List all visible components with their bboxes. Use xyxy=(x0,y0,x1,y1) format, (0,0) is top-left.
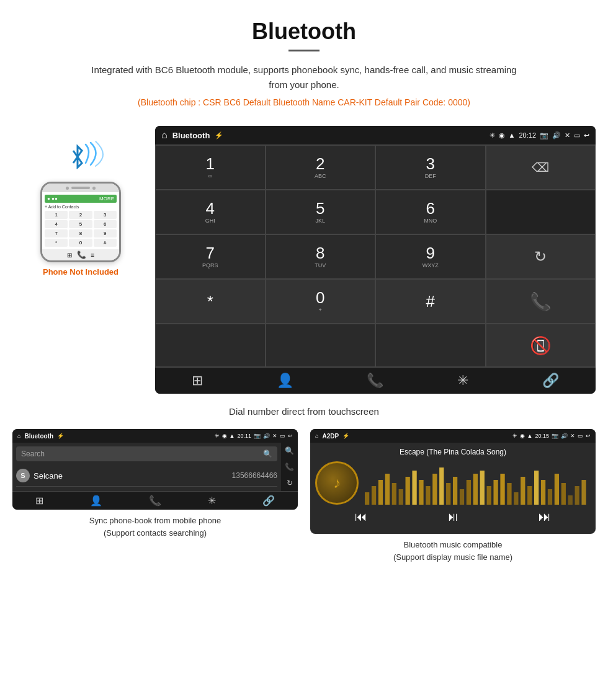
page-title: Bluetooth xyxy=(12,19,596,45)
music-close-icon: ✕ xyxy=(570,433,575,439)
music-home-icon[interactable]: ⌂ xyxy=(315,433,318,439)
phone-call-button[interactable]: 📞 xyxy=(77,250,86,259)
dialer-key-8[interactable]: 8TUV xyxy=(266,234,376,279)
dialer-call-green[interactable]: 📞 xyxy=(486,279,596,324)
dialer-key-hash[interactable]: # xyxy=(375,279,486,324)
music-album-art: ♪ xyxy=(315,461,359,505)
nav-bluetooth-icon[interactable]: ✳ xyxy=(457,373,468,389)
svg-rect-1 xyxy=(372,486,376,505)
phone-key-6[interactable]: 6 xyxy=(94,220,117,228)
pb-main: Search 🔍 S Seicane 13566664466 xyxy=(12,443,281,491)
dialer-backspace[interactable]: ⌫ xyxy=(486,145,596,190)
page-header: Bluetooth Integrated with BC6 Bluetooth … xyxy=(0,0,608,126)
dialer-key-6[interactable]: 6MNO xyxy=(375,190,486,234)
dialer-key-3[interactable]: 3DEF xyxy=(375,145,486,190)
back-icon[interactable]: ↩ xyxy=(584,131,589,140)
wifi-waves xyxy=(79,141,110,172)
phone-key-4[interactable]: 4 xyxy=(45,220,68,228)
phone-key-9[interactable]: 9 xyxy=(94,229,117,237)
usb-icon: ⚡ xyxy=(215,131,223,140)
music-status-bar: ⌂ A2DP ⚡ ✳ ◉ ▲ 20:15 📷 🔊 ✕ ▭ ↩ xyxy=(310,429,596,443)
phone-key-0[interactable]: 0 xyxy=(69,239,92,247)
music-content: Escape (The Pina Colada Song) ♪ xyxy=(310,443,596,534)
dialer-empty-4 xyxy=(375,324,486,367)
pb-win-icon: ▭ xyxy=(280,433,285,439)
pb-search-bar[interactable]: Search 🔍 xyxy=(16,446,277,461)
dialer-refresh[interactable]: ↻ xyxy=(486,234,596,279)
dialer-key-0[interactable]: 0+ xyxy=(266,279,376,324)
svg-rect-11 xyxy=(439,467,444,505)
home-icon[interactable]: ⌂ xyxy=(161,130,168,141)
phone-key-1[interactable]: 1 xyxy=(45,211,68,219)
dialer-empty-1 xyxy=(486,190,596,234)
pb-signal: ▲ xyxy=(230,433,235,439)
pb-search-icon[interactable]: 🔍 xyxy=(263,450,272,458)
status-app-name: Bluetooth xyxy=(172,131,210,140)
music-main: ♪ xyxy=(315,461,591,505)
phonebook-caption: Sync phone-book from mobile phone (Suppo… xyxy=(89,515,221,539)
nav-phone-icon[interactable]: 📞 xyxy=(367,373,383,389)
dialer-key-2[interactable]: 2ABC xyxy=(266,145,376,190)
phone-not-included-label: Phone Not Included xyxy=(43,267,118,277)
phone-key-7[interactable]: 7 xyxy=(45,229,68,237)
pb-bottom-nav: ⊞ 👤 📞 ✳ 🔗 xyxy=(12,491,298,510)
location-icon: ◉ xyxy=(499,131,505,140)
pb-side-search-icon[interactable]: 🔍 xyxy=(285,446,294,455)
nav-link-icon[interactable]: 🔗 xyxy=(542,373,559,389)
music-screen: ⌂ A2DP ⚡ ✳ ◉ ▲ 20:15 📷 🔊 ✕ ▭ ↩ xyxy=(310,429,596,534)
status-time: 20:12 xyxy=(519,131,536,139)
svg-rect-22 xyxy=(514,492,518,505)
music-back-icon: ↩ xyxy=(586,433,591,439)
nav-dialpad-icon[interactable]: ⊞ xyxy=(192,373,203,389)
pb-bt-icon: ✳ xyxy=(215,433,220,439)
dialer-key-4[interactable]: 4GHI xyxy=(155,190,266,234)
pb-contact-row: S Seicane 13566664466 xyxy=(16,465,277,487)
nav-contacts-icon[interactable]: 👤 xyxy=(277,373,293,389)
svg-rect-20 xyxy=(500,474,504,505)
dialer-key-7[interactable]: 7PQRS xyxy=(155,234,266,279)
svg-rect-13 xyxy=(453,477,457,505)
music-app-name: A2DP xyxy=(322,433,339,440)
svg-rect-27 xyxy=(548,489,552,505)
phone-dot2 xyxy=(92,187,96,190)
pb-side-refresh-icon[interactable]: ↻ xyxy=(287,479,293,487)
phone-key-hash[interactable]: # xyxy=(94,239,117,247)
pb-nav-contacts[interactable]: 👤 xyxy=(90,495,102,507)
dialer-key-5[interactable]: 5JKL xyxy=(266,190,376,234)
pb-nav-dialpad[interactable]: ⊞ xyxy=(35,495,43,507)
dialer-key-9[interactable]: 9WXYZ xyxy=(375,234,486,279)
svg-rect-30 xyxy=(568,495,573,505)
pb-body: Search 🔍 S Seicane 13566664466 🔍 xyxy=(12,443,298,491)
svg-rect-7 xyxy=(412,471,416,505)
pb-nav-phone[interactable]: 📞 xyxy=(149,495,161,507)
phone-area: ● ●●MORE + Add to Contacts 1 2 3 4 5 6 7… xyxy=(12,126,149,277)
music-note-icon: ♪ xyxy=(333,474,341,492)
pb-home-icon[interactable]: ⌂ xyxy=(17,433,20,439)
pb-nav-bluetooth[interactable]: ✳ xyxy=(208,495,216,507)
pb-contact-letter: S xyxy=(16,469,30,482)
phone-key-5[interactable]: 5 xyxy=(69,220,92,228)
pb-vol-icon: 🔊 xyxy=(263,433,270,439)
svg-rect-32 xyxy=(581,480,586,505)
dialer-call-red[interactable]: 📵 xyxy=(486,324,596,367)
phone-dialpad: 1 2 3 4 5 6 7 8 9 * 0 # xyxy=(45,211,117,247)
pb-cam-icon: 📷 xyxy=(254,433,261,439)
pb-nav-link[interactable]: 🔗 xyxy=(262,495,275,507)
music-prev-icon[interactable]: ⏮ xyxy=(355,510,367,524)
pb-side-phone-icon[interactable]: 📞 xyxy=(285,463,294,471)
status-right: ✳ ◉ ▲ 20:12 📷 🔊 ✕ ▭ ↩ xyxy=(490,131,589,140)
dialer-key-1[interactable]: 1∞ xyxy=(155,145,266,190)
phone-key-8[interactable]: 8 xyxy=(69,229,92,237)
window-icon[interactable]: ▭ xyxy=(574,131,580,140)
phone-key-star[interactable]: * xyxy=(45,239,68,247)
music-next-icon[interactable]: ⏭ xyxy=(539,510,551,524)
music-play-pause-icon[interactable]: ⏯ xyxy=(447,510,459,524)
volume-icon[interactable]: 🔊 xyxy=(552,131,561,140)
dialer-key-star[interactable]: * xyxy=(155,279,266,324)
svg-rect-10 xyxy=(432,474,437,505)
phone-key-3[interactable]: 3 xyxy=(94,211,117,219)
phone-mockup: ● ●●MORE + Add to Contacts 1 2 3 4 5 6 7… xyxy=(40,182,121,262)
camera-icon[interactable]: 📷 xyxy=(540,131,548,140)
phone-key-2[interactable]: 2 xyxy=(69,211,92,219)
close-icon[interactable]: ✕ xyxy=(565,131,570,140)
